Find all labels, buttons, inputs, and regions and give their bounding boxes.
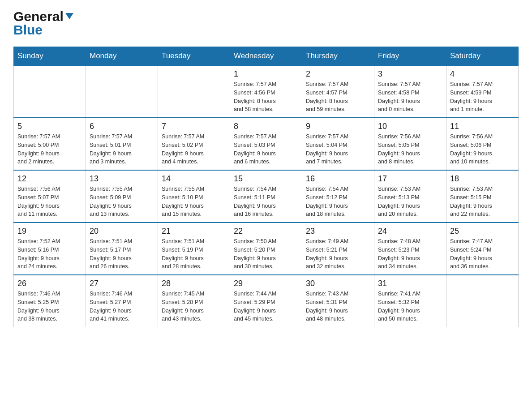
calendar-cell (158, 65, 230, 118)
day-number: 4 (450, 69, 515, 79)
calendar-cell: 4Sunrise: 7:57 AMSunset: 4:59 PMDaylight… (446, 65, 519, 118)
day-number: 22 (234, 227, 298, 236)
day-number: 15 (234, 174, 298, 184)
day-number: 18 (450, 174, 515, 184)
calendar-week-row: 12Sunrise: 7:56 AMSunset: 5:07 PMDayligh… (14, 170, 519, 223)
calendar-cell (14, 65, 86, 118)
day-number: 3 (378, 69, 442, 79)
header-sunday: Sunday (14, 47, 86, 66)
header-tuesday: Tuesday (158, 47, 230, 66)
calendar-week-row: 26Sunrise: 7:46 AMSunset: 5:25 PMDayligh… (14, 275, 519, 327)
day-info: Sunrise: 7:50 AMSunset: 5:20 PMDaylight:… (234, 237, 298, 271)
header-monday: Monday (86, 47, 158, 66)
calendar-cell: 28Sunrise: 7:45 AMSunset: 5:28 PMDayligh… (158, 275, 230, 327)
logo-blue-text: Blue (13, 22, 43, 37)
calendar-week-row: 5Sunrise: 7:57 AMSunset: 5:00 PMDaylight… (14, 118, 519, 170)
logo-triangle-icon (64, 11, 74, 21)
day-info: Sunrise: 7:57 AMSunset: 4:59 PMDaylight:… (450, 80, 515, 114)
day-info: Sunrise: 7:51 AMSunset: 5:17 PMDaylight:… (90, 237, 154, 271)
calendar-cell: 5Sunrise: 7:57 AMSunset: 5:00 PMDaylight… (14, 118, 86, 170)
day-info: Sunrise: 7:57 AMSunset: 4:58 PMDaylight:… (378, 80, 442, 114)
day-info: Sunrise: 7:57 AMSunset: 5:02 PMDaylight:… (162, 133, 226, 166)
day-info: Sunrise: 7:52 AMSunset: 5:16 PMDaylight:… (17, 237, 82, 271)
calendar-cell: 18Sunrise: 7:53 AMSunset: 5:15 PMDayligh… (446, 170, 519, 223)
day-info: Sunrise: 7:56 AMSunset: 5:07 PMDaylight:… (17, 185, 82, 218)
calendar-table: Sunday Monday Tuesday Wednesday Thursday… (13, 47, 519, 327)
calendar-header: Sunday Monday Tuesday Wednesday Thursday… (14, 47, 519, 66)
day-number: 23 (306, 227, 370, 236)
calendar-cell: 12Sunrise: 7:56 AMSunset: 5:07 PMDayligh… (14, 170, 86, 223)
calendar-cell: 30Sunrise: 7:43 AMSunset: 5:31 PMDayligh… (302, 275, 374, 327)
calendar-cell: 25Sunrise: 7:47 AMSunset: 5:24 PMDayligh… (446, 223, 519, 275)
day-number: 27 (90, 279, 154, 288)
day-number: 6 (90, 122, 154, 131)
day-info: Sunrise: 7:48 AMSunset: 5:23 PMDaylight:… (378, 237, 442, 271)
day-headers-row: Sunday Monday Tuesday Wednesday Thursday… (14, 47, 519, 66)
calendar-cell: 9Sunrise: 7:57 AMSunset: 5:04 PMDaylight… (302, 118, 374, 170)
day-number: 29 (234, 279, 298, 288)
day-info: Sunrise: 7:53 AMSunset: 5:15 PMDaylight:… (450, 185, 515, 218)
day-number: 8 (234, 122, 298, 131)
calendar-cell: 21Sunrise: 7:51 AMSunset: 5:19 PMDayligh… (158, 223, 230, 275)
day-number: 31 (378, 279, 442, 288)
day-info: Sunrise: 7:41 AMSunset: 5:32 PMDaylight:… (378, 290, 442, 323)
calendar-cell: 19Sunrise: 7:52 AMSunset: 5:16 PMDayligh… (14, 223, 86, 275)
day-info: Sunrise: 7:57 AMSunset: 5:00 PMDaylight:… (17, 133, 82, 166)
calendar-cell: 8Sunrise: 7:57 AMSunset: 5:03 PMDaylight… (230, 118, 302, 170)
day-number: 21 (162, 227, 226, 236)
calendar-cell: 17Sunrise: 7:53 AMSunset: 5:13 PMDayligh… (374, 170, 446, 223)
calendar-cell: 13Sunrise: 7:55 AMSunset: 5:09 PMDayligh… (86, 170, 158, 223)
day-info: Sunrise: 7:53 AMSunset: 5:13 PMDaylight:… (378, 185, 442, 218)
day-number: 14 (162, 174, 226, 184)
day-number: 19 (17, 227, 82, 236)
calendar-cell: 14Sunrise: 7:55 AMSunset: 5:10 PMDayligh… (158, 170, 230, 223)
day-info: Sunrise: 7:43 AMSunset: 5:31 PMDaylight:… (306, 290, 370, 323)
calendar-cell: 31Sunrise: 7:41 AMSunset: 5:32 PMDayligh… (374, 275, 446, 327)
calendar-week-row: 1Sunrise: 7:57 AMSunset: 4:56 PMDaylight… (14, 65, 519, 118)
page-header: General Blue (13, 9, 519, 38)
calendar-cell: 23Sunrise: 7:49 AMSunset: 5:21 PMDayligh… (302, 223, 374, 275)
day-info: Sunrise: 7:44 AMSunset: 5:29 PMDaylight:… (234, 290, 298, 323)
calendar-body: 1Sunrise: 7:57 AMSunset: 4:56 PMDaylight… (14, 65, 519, 327)
day-info: Sunrise: 7:57 AMSunset: 5:04 PMDaylight:… (306, 133, 370, 166)
day-info: Sunrise: 7:56 AMSunset: 5:05 PMDaylight:… (378, 133, 442, 166)
calendar-cell: 27Sunrise: 7:46 AMSunset: 5:27 PMDayligh… (86, 275, 158, 327)
logo-general-text: General (13, 9, 64, 24)
day-info: Sunrise: 7:49 AMSunset: 5:21 PMDaylight:… (306, 237, 370, 271)
day-number: 13 (90, 174, 154, 184)
day-info: Sunrise: 7:46 AMSunset: 5:27 PMDaylight:… (90, 290, 154, 323)
calendar-cell: 2Sunrise: 7:57 AMSunset: 4:57 PMDaylight… (302, 65, 374, 118)
day-number: 16 (306, 174, 370, 184)
day-number: 30 (306, 279, 370, 288)
calendar-cell: 26Sunrise: 7:46 AMSunset: 5:25 PMDayligh… (14, 275, 86, 327)
day-number: 11 (450, 122, 515, 131)
calendar-week-row: 19Sunrise: 7:52 AMSunset: 5:16 PMDayligh… (14, 223, 519, 275)
calendar-cell: 7Sunrise: 7:57 AMSunset: 5:02 PMDaylight… (158, 118, 230, 170)
day-info: Sunrise: 7:51 AMSunset: 5:19 PMDaylight:… (162, 237, 226, 271)
day-info: Sunrise: 7:57 AMSunset: 5:01 PMDaylight:… (90, 133, 154, 166)
day-info: Sunrise: 7:45 AMSunset: 5:28 PMDaylight:… (162, 290, 226, 323)
day-info: Sunrise: 7:47 AMSunset: 5:24 PMDaylight:… (450, 237, 515, 271)
calendar-cell (86, 65, 158, 118)
calendar-cell: 1Sunrise: 7:57 AMSunset: 4:56 PMDaylight… (230, 65, 302, 118)
day-number: 28 (162, 279, 226, 288)
day-info: Sunrise: 7:57 AMSunset: 4:56 PMDaylight:… (234, 80, 298, 114)
calendar-cell: 15Sunrise: 7:54 AMSunset: 5:11 PMDayligh… (230, 170, 302, 223)
day-info: Sunrise: 7:54 AMSunset: 5:12 PMDaylight:… (306, 185, 370, 218)
calendar-cell: 6Sunrise: 7:57 AMSunset: 5:01 PMDaylight… (86, 118, 158, 170)
calendar-cell: 16Sunrise: 7:54 AMSunset: 5:12 PMDayligh… (302, 170, 374, 223)
day-number: 2 (306, 69, 370, 79)
header-saturday: Saturday (446, 47, 519, 66)
day-number: 12 (17, 174, 82, 184)
calendar-cell: 3Sunrise: 7:57 AMSunset: 4:58 PMDaylight… (374, 65, 446, 118)
day-number: 24 (378, 227, 442, 236)
logo: General Blue (13, 9, 74, 38)
day-info: Sunrise: 7:57 AMSunset: 5:03 PMDaylight:… (234, 133, 298, 166)
header-thursday: Thursday (302, 47, 374, 66)
header-friday: Friday (374, 47, 446, 66)
calendar-cell: 10Sunrise: 7:56 AMSunset: 5:05 PMDayligh… (374, 118, 446, 170)
day-number: 9 (306, 122, 370, 131)
day-number: 17 (378, 174, 442, 184)
svg-marker-0 (65, 13, 73, 19)
day-number: 26 (17, 279, 82, 288)
